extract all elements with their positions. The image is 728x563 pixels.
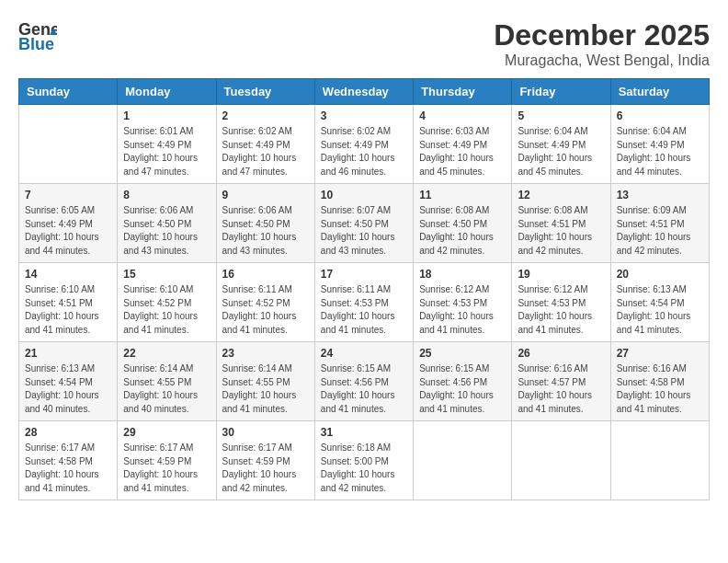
- day-info: Sunrise: 6:08 AM Sunset: 4:50 PM Dayligh…: [419, 204, 506, 258]
- calendar-cell: 30Sunrise: 6:17 AM Sunset: 4:59 PM Dayli…: [216, 421, 314, 500]
- day-number: 4: [419, 109, 506, 122]
- day-number: 15: [123, 268, 210, 281]
- day-info: Sunrise: 6:04 AM Sunset: 4:49 PM Dayligh…: [518, 125, 604, 178]
- calendar-cell: 3Sunrise: 6:02 AM Sunset: 4:49 PM Daylig…: [314, 105, 413, 184]
- day-header-sunday: Sunday: [19, 79, 118, 105]
- calendar-cell: [414, 421, 512, 500]
- day-info: Sunrise: 6:11 AM Sunset: 4:52 PM Dayligh…: [222, 283, 309, 337]
- calendar-cell: 27Sunrise: 6:16 AM Sunset: 4:58 PM Dayli…: [610, 342, 709, 421]
- calendar-cell: 7Sunrise: 6:05 AM Sunset: 4:49 PM Daylig…: [19, 184, 118, 263]
- logo-icon: General Blue: [18, 18, 57, 53]
- day-number: 10: [321, 189, 407, 201]
- calendar-cell: 21Sunrise: 6:13 AM Sunset: 4:54 PM Dayli…: [19, 342, 118, 421]
- calendar-table: SundayMondayTuesdayWednesdayThursdayFrid…: [18, 78, 710, 500]
- day-header-wednesday: Wednesday: [314, 79, 413, 105]
- day-info: Sunrise: 6:17 AM Sunset: 4:59 PM Dayligh…: [123, 442, 210, 495]
- day-info: Sunrise: 6:02 AM Sunset: 4:49 PM Dayligh…: [321, 125, 407, 178]
- calendar-week-row: 21Sunrise: 6:13 AM Sunset: 4:54 PM Dayli…: [19, 342, 710, 421]
- day-info: Sunrise: 6:12 AM Sunset: 4:53 PM Dayligh…: [419, 283, 506, 337]
- svg-text:Blue: Blue: [18, 35, 54, 53]
- calendar-cell: 24Sunrise: 6:15 AM Sunset: 4:56 PM Dayli…: [314, 342, 413, 421]
- day-info: Sunrise: 6:15 AM Sunset: 4:56 PM Dayligh…: [321, 362, 407, 416]
- title-block: December 2025 Muragacha, West Bengal, In…: [494, 18, 710, 69]
- calendar-cell: 28Sunrise: 6:17 AM Sunset: 4:58 PM Dayli…: [19, 421, 118, 500]
- day-info: Sunrise: 6:11 AM Sunset: 4:53 PM Dayligh…: [321, 283, 407, 337]
- calendar-week-row: 14Sunrise: 6:10 AM Sunset: 4:51 PM Dayli…: [19, 263, 710, 342]
- day-number: 8: [123, 189, 210, 201]
- day-info: Sunrise: 6:13 AM Sunset: 4:54 PM Dayligh…: [617, 283, 703, 337]
- day-info: Sunrise: 6:03 AM Sunset: 4:49 PM Dayligh…: [419, 125, 506, 178]
- day-info: Sunrise: 6:16 AM Sunset: 4:57 PM Dayligh…: [518, 362, 604, 416]
- calendar-cell: 16Sunrise: 6:11 AM Sunset: 4:52 PM Dayli…: [216, 263, 314, 342]
- day-number: 24: [321, 347, 407, 360]
- day-number: 25: [419, 347, 506, 360]
- calendar-cell: 6Sunrise: 6:04 AM Sunset: 4:49 PM Daylig…: [610, 105, 709, 184]
- day-info: Sunrise: 6:14 AM Sunset: 4:55 PM Dayligh…: [123, 362, 210, 416]
- day-number: 19: [518, 268, 604, 281]
- day-info: Sunrise: 6:09 AM Sunset: 4:51 PM Dayligh…: [617, 204, 703, 258]
- day-info: Sunrise: 6:15 AM Sunset: 4:56 PM Dayligh…: [419, 362, 506, 416]
- calendar-cell: 29Sunrise: 6:17 AM Sunset: 4:59 PM Dayli…: [118, 421, 216, 500]
- day-header-saturday: Saturday: [610, 79, 709, 105]
- day-number: 30: [222, 426, 309, 439]
- day-info: Sunrise: 6:06 AM Sunset: 4:50 PM Dayligh…: [123, 204, 210, 258]
- logo: General Blue: [18, 18, 57, 53]
- calendar-week-row: 7Sunrise: 6:05 AM Sunset: 4:49 PM Daylig…: [19, 184, 710, 263]
- calendar-cell: 1Sunrise: 6:01 AM Sunset: 4:49 PM Daylig…: [118, 105, 216, 184]
- day-info: Sunrise: 6:01 AM Sunset: 4:49 PM Dayligh…: [123, 125, 210, 178]
- calendar-subtitle: Muragacha, West Bengal, India: [494, 52, 710, 69]
- day-info: Sunrise: 6:06 AM Sunset: 4:50 PM Dayligh…: [222, 204, 309, 258]
- day-number: 26: [518, 347, 604, 360]
- calendar-cell: 14Sunrise: 6:10 AM Sunset: 4:51 PM Dayli…: [19, 263, 118, 342]
- day-number: 5: [518, 109, 604, 122]
- calendar-week-row: 1Sunrise: 6:01 AM Sunset: 4:49 PM Daylig…: [19, 105, 710, 184]
- day-info: Sunrise: 6:12 AM Sunset: 4:53 PM Dayligh…: [518, 283, 604, 337]
- calendar-cell: 20Sunrise: 6:13 AM Sunset: 4:54 PM Dayli…: [610, 263, 709, 342]
- day-info: Sunrise: 6:04 AM Sunset: 4:49 PM Dayligh…: [617, 125, 703, 178]
- day-number: 3: [321, 109, 407, 122]
- calendar-cell: 5Sunrise: 6:04 AM Sunset: 4:49 PM Daylig…: [512, 105, 610, 184]
- day-info: Sunrise: 6:08 AM Sunset: 4:51 PM Dayligh…: [518, 204, 604, 258]
- calendar-cell: 18Sunrise: 6:12 AM Sunset: 4:53 PM Dayli…: [414, 263, 512, 342]
- calendar-cell: 11Sunrise: 6:08 AM Sunset: 4:50 PM Dayli…: [414, 184, 512, 263]
- day-header-tuesday: Tuesday: [216, 79, 314, 105]
- day-info: Sunrise: 6:14 AM Sunset: 4:55 PM Dayligh…: [222, 362, 309, 416]
- calendar-cell: 9Sunrise: 6:06 AM Sunset: 4:50 PM Daylig…: [216, 184, 314, 263]
- day-number: 21: [25, 347, 111, 360]
- day-number: 9: [222, 189, 309, 201]
- day-number: 13: [617, 189, 703, 201]
- calendar-cell: 4Sunrise: 6:03 AM Sunset: 4:49 PM Daylig…: [414, 105, 512, 184]
- calendar-cell: 23Sunrise: 6:14 AM Sunset: 4:55 PM Dayli…: [216, 342, 314, 421]
- calendar-cell: [610, 421, 709, 500]
- calendar-title: December 2025: [494, 18, 710, 52]
- calendar-cell: 31Sunrise: 6:18 AM Sunset: 5:00 PM Dayli…: [314, 421, 413, 500]
- day-header-thursday: Thursday: [414, 79, 512, 105]
- calendar-cell: 8Sunrise: 6:06 AM Sunset: 4:50 PM Daylig…: [118, 184, 216, 263]
- calendar-cell: 17Sunrise: 6:11 AM Sunset: 4:53 PM Dayli…: [314, 263, 413, 342]
- day-number: 28: [25, 426, 111, 439]
- day-number: 1: [123, 109, 210, 122]
- day-info: Sunrise: 6:16 AM Sunset: 4:58 PM Dayligh…: [617, 362, 703, 416]
- day-number: 6: [617, 109, 703, 122]
- calendar-cell: 2Sunrise: 6:02 AM Sunset: 4:49 PM Daylig…: [216, 105, 314, 184]
- day-info: Sunrise: 6:05 AM Sunset: 4:49 PM Dayligh…: [25, 204, 111, 258]
- calendar-header-row: SundayMondayTuesdayWednesdayThursdayFrid…: [19, 79, 710, 105]
- day-info: Sunrise: 6:17 AM Sunset: 4:59 PM Dayligh…: [222, 442, 309, 495]
- day-number: 31: [321, 426, 407, 439]
- calendar-cell: 10Sunrise: 6:07 AM Sunset: 4:50 PM Dayli…: [314, 184, 413, 263]
- calendar-cell: 13Sunrise: 6:09 AM Sunset: 4:51 PM Dayli…: [610, 184, 709, 263]
- day-number: 23: [222, 347, 309, 360]
- day-info: Sunrise: 6:17 AM Sunset: 4:58 PM Dayligh…: [25, 442, 111, 495]
- day-number: 12: [518, 189, 604, 201]
- day-info: Sunrise: 6:13 AM Sunset: 4:54 PM Dayligh…: [25, 362, 111, 416]
- day-number: 17: [321, 268, 407, 281]
- calendar-cell: 15Sunrise: 6:10 AM Sunset: 4:52 PM Dayli…: [118, 263, 216, 342]
- calendar-cell: 25Sunrise: 6:15 AM Sunset: 4:56 PM Dayli…: [414, 342, 512, 421]
- day-number: 22: [123, 347, 210, 360]
- day-number: 7: [25, 189, 111, 201]
- day-number: 16: [222, 268, 309, 281]
- day-number: 29: [123, 426, 210, 439]
- day-header-monday: Monday: [118, 79, 216, 105]
- day-number: 2: [222, 109, 309, 122]
- day-number: 18: [419, 268, 506, 281]
